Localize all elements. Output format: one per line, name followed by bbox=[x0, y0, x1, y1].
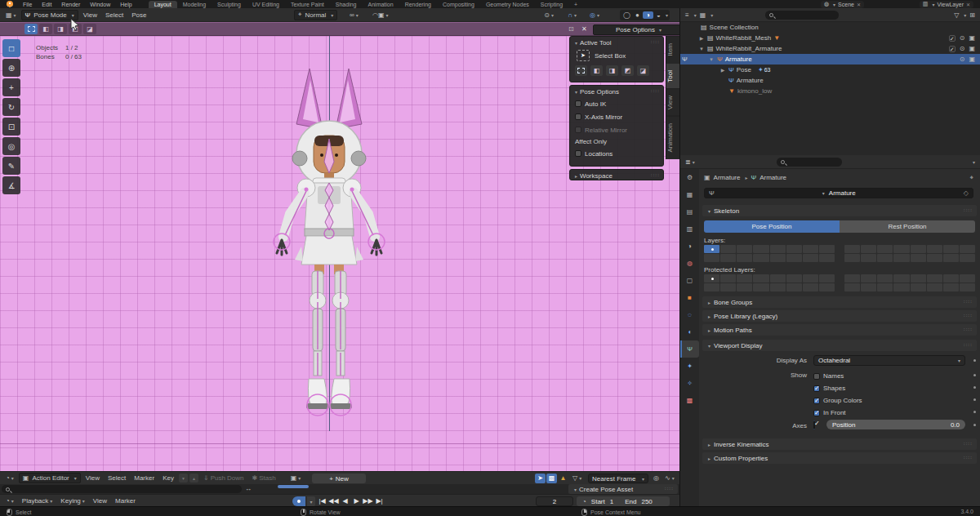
collapsed-panel[interactable]: ▸Custom Properties∷∷ bbox=[702, 452, 977, 464]
properties-tab[interactable]: ▦ bbox=[680, 186, 699, 203]
tool-button[interactable]: ◎ bbox=[2, 137, 20, 155]
workspace-tab[interactable]: Sculpting bbox=[212, 1, 247, 8]
row-label[interactable]: WhiteRabbit_Armature bbox=[716, 45, 782, 52]
affect-option-row[interactable]: Locations bbox=[570, 147, 663, 160]
dopesheet-menu[interactable]: Marker bbox=[131, 473, 158, 483]
topbar-menu[interactable]: Edit bbox=[37, 2, 56, 7]
show-hidden-toggle[interactable]: ▩ bbox=[546, 474, 557, 483]
workspace-tab[interactable]: Compositing bbox=[437, 1, 480, 8]
checkbox[interactable] bbox=[813, 385, 820, 392]
pose-option-row[interactable]: Auto IK bbox=[570, 97, 663, 110]
checkbox[interactable] bbox=[575, 150, 581, 157]
pin-icon[interactable]: ⌖ bbox=[969, 174, 973, 182]
layers-grid-left[interactable] bbox=[704, 245, 835, 262]
workspace-tab[interactable]: Animation bbox=[363, 1, 399, 8]
fake-user-shield-icon[interactable]: ◇ bbox=[964, 189, 969, 197]
shading-mode-button[interactable]: ◒ bbox=[653, 11, 664, 19]
transform-orientation-dropdown[interactable]: ⌖ Normal▾ bbox=[294, 10, 337, 20]
timeline-menu[interactable]: Marker▾ bbox=[112, 496, 139, 506]
selectable-checkbox[interactable]: ✓ bbox=[949, 35, 956, 42]
proportional-editing-dropdown[interactable]: ◠▣▾ bbox=[369, 10, 392, 20]
dopesheet-editor-icon[interactable]: ◔▾ bbox=[2, 473, 17, 483]
checkbox[interactable] bbox=[575, 127, 581, 133]
panel-select-mode-button[interactable] bbox=[575, 65, 587, 76]
tool-button[interactable]: □ bbox=[2, 39, 20, 57]
tool-button[interactable]: + bbox=[2, 78, 20, 96]
properties-tab[interactable]: ▤ bbox=[680, 203, 699, 220]
tool-button[interactable]: ∡ bbox=[2, 176, 20, 194]
properties-tab[interactable]: ▥ bbox=[680, 220, 699, 238]
pose-options-panel-header[interactable]: ▾Pose Options∷∷ bbox=[570, 86, 663, 97]
viewport-display-panel-header[interactable]: ▾Viewport Display∷∷ bbox=[702, 340, 977, 351]
workspace-tab[interactable]: Shading bbox=[330, 1, 363, 8]
channel-search-input[interactable] bbox=[2, 485, 242, 493]
falloff-dropdown[interactable]: ◎▾ bbox=[586, 10, 603, 20]
playback-button[interactable]: ◀ bbox=[340, 497, 350, 505]
disable-render-icon[interactable]: ▣ bbox=[969, 56, 975, 63]
shading-mode-button[interactable]: ● bbox=[632, 11, 643, 19]
shading-mode-button[interactable]: ◑ bbox=[643, 11, 653, 19]
axes-checkbox[interactable] bbox=[813, 420, 815, 429]
expand-arrow[interactable]: ▶ bbox=[719, 67, 726, 73]
timeline-editor-icon[interactable]: ◔▾ bbox=[2, 496, 17, 506]
outliner-row[interactable]: Ψ ▼ Ψ Armature ✦ ✓ ⊙ ▣ bbox=[680, 54, 980, 64]
workspace-tab[interactable]: Layout bbox=[149, 1, 177, 8]
checkbox[interactable] bbox=[813, 373, 820, 380]
frame-range-controls[interactable]: ◔ Start1 End250 bbox=[577, 496, 670, 506]
breadcrumb-object[interactable]: Armature bbox=[714, 174, 741, 181]
checkbox[interactable] bbox=[813, 410, 820, 416]
outliner-row[interactable]: Ψ ▼ kimono_low ✦ ✓ ⊙ ▣ bbox=[680, 86, 980, 96]
outliner-row[interactable]: Ψ ▤ Scene Collection ✦ ✓ ⊙ ▣ bbox=[680, 22, 980, 33]
expand-arrow[interactable]: ▼ bbox=[708, 57, 715, 62]
outliner-search-input[interactable] bbox=[765, 11, 839, 20]
dopesheet-mode-dropdown[interactable]: ▣ Action Editor▾ bbox=[19, 473, 81, 483]
push-down-button[interactable]: ⇓Push Down bbox=[200, 473, 247, 483]
row-label[interactable]: Pose bbox=[737, 66, 751, 73]
viewport-menu[interactable]: View bbox=[80, 10, 100, 20]
properties-tab[interactable]: ⚙ bbox=[680, 169, 699, 186]
select-mode-button[interactable]: ◪ bbox=[83, 24, 96, 34]
playback-button[interactable]: ▶ bbox=[351, 497, 362, 505]
show-option-row[interactable]: Shapes bbox=[813, 382, 862, 394]
collapsed-panel[interactable]: ▸Motion Paths∷∷ bbox=[702, 324, 977, 336]
animate-dot[interactable] bbox=[973, 359, 976, 362]
action-datablock-icon[interactable]: ▣▾ bbox=[287, 473, 305, 483]
active-tool-panel-header[interactable]: ▾Active Tool∷∷ bbox=[570, 37, 663, 48]
display-mode-icon[interactable]: ▦ bbox=[700, 11, 706, 19]
select-mode-button[interactable]: ◨ bbox=[54, 24, 67, 34]
outliner-editor-icon[interactable]: ≡ bbox=[685, 11, 689, 19]
properties-editor-icon[interactable]: ≣ bbox=[685, 158, 691, 166]
playback-button[interactable]: ▶▶ bbox=[363, 497, 373, 505]
outliner-row[interactable]: Ψ ▼ ▤ WhiteRabbit_Armature ✦ ✓ ⊙ ▣ bbox=[680, 43, 980, 54]
workspace-tab[interactable]: UV Editing bbox=[247, 1, 285, 8]
sidebar-tab[interactable]: Animation bbox=[666, 116, 679, 159]
move-up-button[interactable]: ▲ bbox=[189, 474, 198, 483]
disable-render-icon[interactable]: ▣ bbox=[969, 34, 975, 42]
display-as-dropdown[interactable]: Octahedral▾ bbox=[813, 355, 965, 366]
row-label[interactable]: Armature bbox=[737, 77, 764, 84]
row-label[interactable]: kimono_low bbox=[737, 87, 772, 95]
rest-position-button[interactable]: Rest Position bbox=[840, 220, 975, 233]
workspace-tab[interactable]: Texture Paint bbox=[285, 1, 330, 8]
blender-logo-icon[interactable] bbox=[7, 1, 13, 7]
remove-viewlayer-icon[interactable]: ✕ bbox=[966, 2, 970, 7]
workspace-tab[interactable]: + bbox=[568, 1, 583, 8]
viewport-3d[interactable]: Objects1 / 2 Bones0 / 63 □ ⊕ + ↻ ⊡ ◎ ✎ ∡ bbox=[0, 36, 679, 471]
collapsed-panel[interactable]: ▸Inverse Kinematics∷∷ bbox=[702, 438, 977, 450]
snap-mode-dropdown[interactable]: Nearest Frame▾ bbox=[588, 474, 648, 483]
character-model[interactable] bbox=[231, 54, 427, 438]
dopesheet-menu[interactable]: Key bbox=[159, 473, 177, 483]
playback-button[interactable]: ▶| bbox=[374, 497, 385, 505]
topbar-menu[interactable]: File bbox=[18, 2, 37, 7]
workspace-tab[interactable]: Modeling bbox=[177, 1, 212, 8]
selectable-checkbox[interactable]: ✓ bbox=[949, 46, 956, 52]
pose-position-button[interactable]: Pose Position bbox=[704, 220, 840, 233]
panel-select-mode-button[interactable]: ◨ bbox=[606, 65, 618, 76]
playback-button[interactable]: |◀ bbox=[317, 497, 327, 505]
layers-grid-right[interactable] bbox=[844, 245, 975, 262]
fallback-tool-icon[interactable]: ⊡ bbox=[568, 25, 574, 33]
tool-button[interactable]: ✎ bbox=[2, 157, 20, 175]
expand-channels-icon[interactable]: ↔ bbox=[245, 485, 252, 492]
checkbox[interactable] bbox=[575, 113, 581, 120]
scene-selector[interactable]: ◍▾ Scene ✕ bbox=[821, 1, 864, 8]
